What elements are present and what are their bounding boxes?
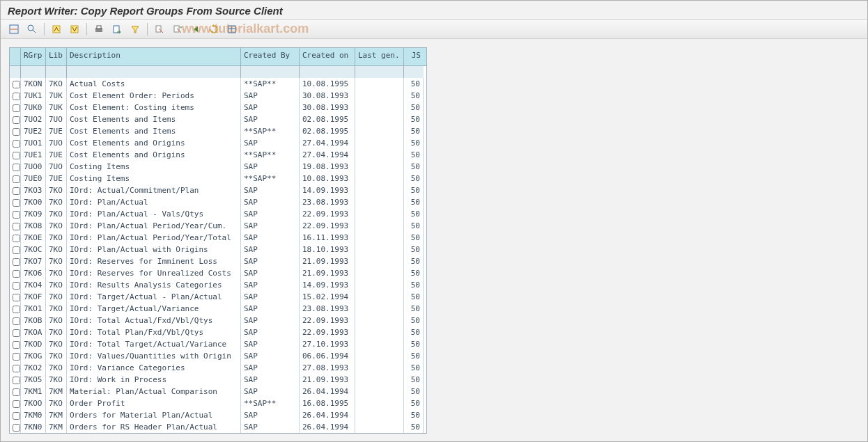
- grid-body[interactable]: 7KON7KOActual Costs**SAP**10.08.1995507U…: [10, 78, 426, 433]
- row-checkbox[interactable]: [13, 353, 20, 361]
- row-checkbox[interactable]: [13, 175, 20, 183]
- cell-js: 50: [404, 149, 424, 161]
- cell-js: 50: [404, 350, 424, 362]
- table-row[interactable]: 7KN07KMOrders for RS Header Plan/ActualS…: [10, 421, 426, 433]
- row-checkbox[interactable]: [13, 424, 20, 432]
- cell-desc: IOrd: Plan/Actual - Vals/Qtys: [67, 208, 241, 220]
- table-row[interactable]: 7KO87KOIOrd: Plan/Actual Period/Year/Cum…: [10, 220, 426, 232]
- table-row[interactable]: 7KO37KOIOrd: Actual/Commitment/PlanSAP14…: [10, 184, 426, 196]
- col-lib[interactable]: Lib: [46, 48, 67, 65]
- row-checkbox[interactable]: [13, 306, 20, 313]
- table-row[interactable]: 7KOC7KOIOrd: Plan/Actual with OriginsSAP…: [10, 244, 426, 255]
- details-icon[interactable]: [24, 22, 40, 36]
- cell-rgrp: 7KOF: [21, 291, 46, 303]
- refresh-icon[interactable]: [206, 22, 222, 36]
- col-last-gen[interactable]: Last gen.: [355, 48, 404, 65]
- table-row[interactable]: 7KOF7KOIOrd: Target/Actual - Plan/Actual…: [10, 291, 426, 303]
- col-js[interactable]: JS: [404, 48, 424, 65]
- cell-created-on: 27.04.1994: [300, 137, 355, 149]
- row-checkbox[interactable]: [13, 235, 20, 242]
- table-row[interactable]: 7UK17UKCost Element Order: PeriodsSAP30.…: [10, 90, 426, 102]
- cell-js: 50: [404, 90, 424, 102]
- row-checkbox[interactable]: [13, 116, 20, 124]
- row-checkbox[interactable]: [13, 81, 20, 88]
- row-checkbox[interactable]: [13, 152, 20, 159]
- cell-rgrp: 7KOA: [21, 326, 46, 338]
- cell-created-by: SAP: [241, 291, 300, 303]
- row-checkbox[interactable]: [13, 294, 20, 301]
- table-row[interactable]: 7UE17UECost Elements and Origins**SAP**2…: [10, 149, 426, 161]
- table-row[interactable]: 7KM07KMOrders for Material Plan/ActualSA…: [10, 409, 426, 421]
- layout-icon[interactable]: [224, 22, 240, 36]
- table-row[interactable]: 7KO97KOIOrd: Plan/Actual - Vals/QtysSAP2…: [10, 208, 426, 220]
- row-checkbox[interactable]: [13, 388, 20, 396]
- row-checkbox[interactable]: [13, 187, 20, 195]
- table-row[interactable]: 7KO67KOIOrd: Reserves for Unrealized Cos…: [10, 267, 426, 279]
- sort-desc-icon[interactable]: [67, 22, 82, 36]
- print-icon[interactable]: [91, 22, 107, 36]
- cell-lib: 7KM: [46, 409, 67, 421]
- back-icon[interactable]: [188, 22, 203, 36]
- row-checkbox[interactable]: [13, 365, 20, 372]
- row-checkbox[interactable]: [13, 223, 20, 230]
- table-row[interactable]: 7KOB7KOIOrd: Total Actual/Fxd/Vbl/QtysSA…: [10, 315, 426, 326]
- cell-last-gen: [355, 315, 404, 326]
- find-icon[interactable]: [152, 22, 167, 36]
- col-desc[interactable]: Description: [67, 48, 241, 65]
- cell-created-by: SAP: [241, 90, 300, 102]
- table-row[interactable]: 7KO17KOIOrd: Target/Actual/VarianceSAP23…: [10, 303, 426, 315]
- row-checkbox[interactable]: [13, 282, 20, 290]
- cell-rgrp: 7UK1: [21, 90, 46, 102]
- table-row[interactable]: 7KOD7KOIOrd: Total Target/Actual/Varianc…: [10, 338, 426, 350]
- cell-js: 50: [404, 196, 424, 208]
- table-row[interactable]: 7KOE7KOIOrd: Plan/Actual Period/Year/Tot…: [10, 232, 426, 244]
- table-row[interactable]: 7KO57KOIOrd: Work in ProcessSAP21.09.199…: [10, 374, 426, 386]
- row-checkbox[interactable]: [13, 93, 20, 100]
- find-next-icon[interactable]: [170, 22, 185, 36]
- row-checkbox[interactable]: [13, 246, 20, 254]
- export-icon[interactable]: [109, 22, 125, 36]
- col-created-on[interactable]: Created on: [300, 48, 355, 65]
- col-rgrp[interactable]: RGrp: [21, 48, 46, 65]
- row-checkbox[interactable]: [13, 412, 20, 420]
- cell-last-gen: [355, 173, 404, 184]
- deselect-all-icon[interactable]: [6, 22, 22, 36]
- table-row[interactable]: 7KO07KOIOrd: Plan/ActualSAP23.08.199350: [10, 196, 426, 208]
- row-checkbox[interactable]: [13, 258, 20, 266]
- row-checkbox[interactable]: [13, 140, 20, 148]
- row-checkbox[interactable]: [13, 400, 20, 408]
- cell-desc: Orders for RS Header Plan/Actual: [67, 421, 241, 433]
- table-row[interactable]: 7KO47KOIOrd: Results Analysis Categories…: [10, 279, 426, 291]
- row-checkbox[interactable]: [13, 329, 20, 337]
- filter-icon[interactable]: [127, 22, 143, 36]
- table-row[interactable]: 7KO27KOIOrd: Variance CategoriesSAP27.08…: [10, 362, 426, 374]
- row-checkbox[interactable]: [13, 317, 20, 325]
- cell-created-on: 15.02.1994: [300, 291, 355, 303]
- table-row[interactable]: 7KOO7KOOrder Profit**SAP**16.08.199550: [10, 397, 426, 409]
- table-row[interactable]: 7UE27UECost Elements and Items**SAP**02.…: [10, 125, 426, 137]
- sort-asc-icon[interactable]: [49, 22, 64, 36]
- row-checkbox[interactable]: [13, 270, 20, 278]
- row-checkbox[interactable]: [13, 341, 20, 349]
- cell-created-by: SAP: [241, 350, 300, 362]
- table-row[interactable]: 7KM17KMMaterial: Plan/Actual ComparisonS…: [10, 386, 426, 397]
- cell-created-on: 16.11.1993: [300, 232, 355, 244]
- cell-js: 50: [404, 291, 424, 303]
- row-checkbox[interactable]: [13, 377, 20, 384]
- cell-created-on: 27.08.1993: [300, 362, 355, 374]
- table-row[interactable]: 7UO27UOCost Elements and ItemsSAP02.08.1…: [10, 113, 426, 125]
- row-checkbox[interactable]: [13, 199, 20, 207]
- table-row[interactable]: 7UO17UOCost Elements and OriginsSAP27.04…: [10, 137, 426, 149]
- col-created-by[interactable]: Created By: [241, 48, 300, 65]
- table-row[interactable]: 7UE07UECosting Items**SAP**10.08.199350: [10, 173, 426, 184]
- row-checkbox[interactable]: [13, 128, 20, 136]
- table-row[interactable]: 7UO07UOCosting ItemsSAP19.08.199350: [10, 161, 426, 173]
- table-row[interactable]: 7KON7KOActual Costs**SAP**10.08.199550: [10, 78, 426, 90]
- row-checkbox[interactable]: [13, 211, 20, 219]
- row-checkbox[interactable]: [13, 164, 20, 171]
- table-row[interactable]: 7KOA7KOIOrd: Total Plan/Fxd/Vbl/QtysSAP2…: [10, 326, 426, 338]
- table-row[interactable]: 7KO77KOIOrd: Reserves for Imminent LossS…: [10, 255, 426, 267]
- row-checkbox[interactable]: [13, 104, 20, 112]
- table-row[interactable]: 7KOG7KOIOrd: Values/Quantities with Orig…: [10, 350, 426, 362]
- table-row[interactable]: 7UK07UKCost Element: Costing itemsSAP30.…: [10, 102, 426, 113]
